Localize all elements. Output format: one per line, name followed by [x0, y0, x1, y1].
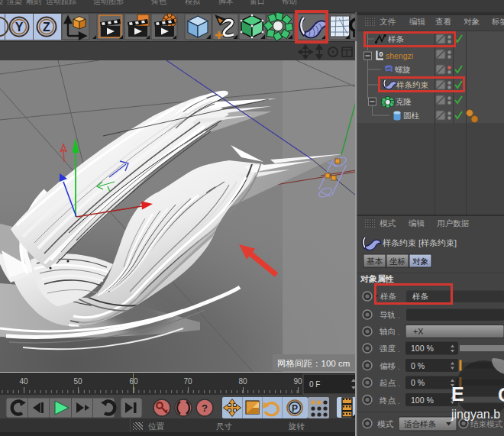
svg-text:对象: 对象	[464, 17, 480, 26]
svg-text:Y: Y	[15, 21, 24, 34]
svg-text:强度: 强度	[380, 344, 396, 353]
svg-text:.: .	[398, 362, 400, 371]
svg-text:基本: 基本	[367, 257, 383, 266]
svg-text:克隆: 克隆	[396, 97, 412, 106]
svg-text:对象属性: 对象属性	[360, 274, 394, 283]
svg-text:轴向: 轴向	[379, 327, 396, 336]
svg-text:60: 60	[129, 377, 138, 386]
svg-text:shengzi: shengzi	[386, 51, 413, 60]
svg-text:用户数据: 用户数据	[437, 218, 470, 228]
svg-text:坐标: 坐标	[389, 257, 405, 266]
svg-text:起点: 起点	[380, 378, 396, 387]
svg-text:.: .	[398, 344, 400, 354]
svg-text:偏移: 偏移	[380, 361, 396, 370]
svg-text:70: 70	[183, 377, 192, 386]
svg-text:0 F: 0 F	[309, 380, 320, 389]
svg-text:100 %: 100 %	[411, 344, 434, 353]
svg-text:文件: 文件	[380, 17, 396, 26]
svg-text:0 %: 0 %	[411, 378, 425, 387]
svg-text:0 %: 0 %	[411, 361, 425, 370]
svg-text:40: 40	[19, 377, 28, 386]
svg-text:50: 50	[73, 377, 82, 386]
svg-text:.: .	[398, 311, 400, 320]
svg-text:螺旋: 螺旋	[395, 65, 411, 74]
svg-text:对象: 对象	[412, 257, 429, 266]
svg-text:圆柱: 圆柱	[403, 111, 420, 120]
svg-text:终点: 终点	[380, 396, 396, 405]
svg-text:查看: 查看	[435, 17, 452, 26]
svg-text:网格间距：100 cm: 网格间距：100 cm	[277, 359, 350, 368]
svg-text:.: .	[398, 328, 400, 337]
svg-text:样条约束 [样条约束]: 样条约束 [样条约束]	[383, 238, 457, 247]
svg-text:90: 90	[293, 377, 302, 386]
svg-text:编辑: 编辑	[409, 218, 425, 228]
svg-text:模式: 模式	[377, 419, 394, 428]
svg-text:.: .	[398, 396, 400, 405]
svg-text:适合样条: 适合样条	[404, 419, 436, 428]
svg-text:?: ?	[202, 402, 208, 414]
svg-text:100 %: 100 %	[411, 396, 434, 405]
svg-text:模式: 模式	[380, 218, 396, 228]
svg-text:.: .	[398, 379, 400, 388]
svg-text:80: 80	[238, 377, 247, 386]
svg-text:+X: +X	[413, 327, 423, 336]
svg-text:编辑: 编辑	[409, 17, 426, 26]
svg-text:标签: 标签	[491, 17, 504, 26]
svg-text:P: P	[292, 403, 298, 414]
svg-text:Z: Z	[43, 21, 50, 34]
svg-text:0: 0	[380, 50, 383, 58]
svg-text:导轨: 导轨	[380, 310, 396, 319]
